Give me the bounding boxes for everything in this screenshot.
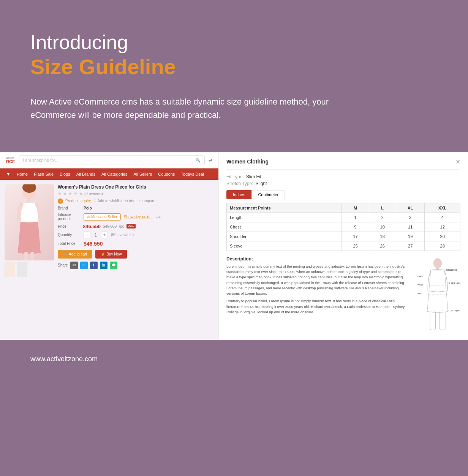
nav-dropdown-icon[interactable]: ▼ — [6, 171, 11, 177]
add-to-cart-button[interactable]: 🛒 Add to cart — [58, 250, 92, 259]
product-details: Women's Plain Dress One Piece for Girls … — [58, 184, 214, 277]
product-thumbnails — [5, 262, 54, 277]
stretch-label: Stretch Type: — [226, 181, 253, 186]
hero-section: Introducing Size Guideline Now Active eC… — [0, 0, 468, 137]
panel-header: Women Clothing ✕ — [226, 158, 460, 170]
inhouse-label: Inhouse product — [58, 213, 81, 221]
measure-l: 10 — [369, 222, 396, 232]
fit-info: Fit Type: Slim Fit Stretch Type: Slight — [226, 174, 460, 186]
brand-label: Brand — [58, 206, 81, 210]
total-row: Total Price $46.550 — [58, 241, 214, 247]
nav-home[interactable]: Home — [17, 172, 28, 176]
measure-name: Chest — [227, 222, 342, 232]
share-facebook-icon[interactable]: f — [90, 262, 98, 269]
share-whatsapp-icon[interactable]: 💬 — [110, 262, 117, 269]
cart-icon: 🛒 — [63, 252, 68, 256]
share-label: Share — [58, 263, 68, 267]
total-label: Total Price — [58, 241, 81, 246]
share-twitter-icon[interactable]: 🐦 — [80, 262, 88, 269]
thumbnail-1[interactable] — [5, 262, 15, 277]
quantity-increase-button[interactable]: + — [101, 232, 108, 238]
store-logo: Active RCE — [6, 157, 15, 164]
buy-now-icon: ⚡ — [101, 252, 105, 256]
fit-type-value: Slim Fit — [246, 174, 261, 179]
measure-m: 9 — [342, 222, 369, 232]
quantity-decrease-button[interactable]: − — [84, 232, 90, 238]
share-linkedin-icon[interactable]: in — [100, 262, 108, 269]
add-to-compare[interactable]: ⟲ Add to compare — [125, 199, 155, 203]
inquiry-icon: ? — [58, 198, 63, 204]
svg-rect-8 — [436, 267, 439, 270]
available-stock: (50 available) — [111, 233, 134, 237]
table-row: Length 1 2 3 4 — [227, 213, 460, 222]
message-seller-button[interactable]: ✉ Message Seller — [84, 213, 121, 221]
thumbnail-2[interactable] — [17, 262, 27, 277]
measure-m: 17 — [342, 232, 369, 241]
measure-xxl: 20 — [425, 232, 460, 241]
mockup-container: Active RCE I am shopping for... 🔍 ⇌ ▼ Ho… — [0, 152, 468, 340]
inquiry-row: ? Product Inquiry ♡ Add to wishlist ⟲ Ad… — [58, 198, 214, 204]
col-l: L — [369, 203, 396, 213]
nav-blogs[interactable]: Blogs — [60, 172, 70, 176]
search-bar[interactable]: I am shopping for... 🔍 — [19, 155, 205, 165]
description-section: Description: Lorem Ipsum is simply dummy… — [226, 256, 460, 334]
hero-title: Size Guideline — [30, 54, 438, 79]
filter-icon[interactable]: ⇌ — [209, 157, 212, 163]
col-xl: XL — [396, 203, 425, 213]
add-to-cart-label: Add to cart — [69, 252, 87, 256]
price-per-unit: /pc — [119, 224, 124, 228]
search-placeholder: I am shopping for... — [23, 158, 58, 162]
hero-description: Now Active eCommerce cms has a suitable … — [30, 95, 372, 122]
quantity-row: Quantity − 1 + (50 available) — [58, 232, 214, 238]
star-5: ★ — [79, 191, 83, 196]
price-label: Price — [58, 224, 81, 228]
measure-l: 26 — [369, 241, 396, 251]
search-icon[interactable]: 🔍 — [195, 158, 201, 163]
share-row: Share ✉ 🐦 f in 💬 — [58, 262, 214, 269]
nav-bar: ▼ Home Flash Sale Blogs All Brands All C… — [0, 168, 218, 180]
nav-all-sellers[interactable]: All Sellers — [133, 172, 152, 176]
nav-coupons[interactable]: Coupons — [158, 172, 175, 176]
nav-flash-sale[interactable]: Flash Sale — [34, 172, 54, 176]
brand-row: Brand Polo — [58, 206, 214, 210]
product-woman-svg — [5, 184, 54, 260]
share-email-icon[interactable]: ✉ — [70, 262, 78, 269]
show-size-guide-link[interactable]: Show size guide — [124, 215, 152, 219]
action-buttons: 🛒 Add to cart ⚡ Buy Now — [58, 250, 214, 259]
product-page: Active RCE I am shopping for... 🔍 ⇌ ▼ Ho… — [0, 152, 218, 340]
brand-value: Polo — [84, 206, 92, 210]
size-guide-panel: Women Clothing ✕ Fit Type: Slim Fit Stre… — [218, 152, 468, 340]
inhouse-row: Inhouse product ✉ Message Seller Show si… — [58, 213, 214, 221]
quantity-label: Quantity — [58, 233, 81, 237]
buy-now-button[interactable]: ⚡ Buy Now — [95, 250, 127, 259]
measure-m: 25 — [342, 241, 369, 251]
nav-todays-deal[interactable]: Todays Deal — [181, 172, 204, 176]
tab-inches[interactable]: Inches — [226, 190, 251, 199]
close-button[interactable]: ✕ — [455, 158, 460, 165]
unit-tabs: Inches Centimeter — [226, 190, 460, 199]
measure-m: 1 — [342, 213, 369, 222]
nav-all-categories[interactable]: All Categories — [101, 172, 127, 176]
measure-name: Shoulder — [227, 232, 342, 241]
measure-l: 18 — [369, 232, 396, 241]
svg-rect-10 — [440, 311, 445, 330]
tab-centimeter[interactable]: Centimeter — [251, 190, 285, 199]
footer-url: www.activeitzone.com — [30, 355, 438, 363]
svg-text:HIPS: HIPS — [417, 293, 422, 295]
nav-all-brands[interactable]: All Brands — [76, 172, 95, 176]
svg-rect-9 — [430, 311, 436, 330]
product-inquiry-link[interactable]: Product Inquiry — [65, 199, 91, 203]
body-diagram-svg: CHEST WAIST HIPS SHOULDERS SLEEVE LENGTH… — [415, 256, 460, 332]
discount-badge: -5% — [126, 224, 136, 228]
wishlist-compare: ♡ Add to wishlist ⟲ Add to compare — [93, 199, 155, 203]
measure-l: 2 — [369, 213, 396, 222]
reviews-count: (0 reviews) — [84, 192, 103, 196]
product-main-image — [5, 184, 54, 260]
description-para2: Contrary to popular belief, Lorem Ipsum … — [226, 298, 410, 315]
description-text: Description: Lorem Ipsum is simply dummy… — [226, 256, 410, 334]
panel-title: Women Clothing — [226, 159, 269, 165]
add-to-wishlist[interactable]: ♡ Add to wishlist — [93, 199, 122, 203]
total-value: $46.550 — [84, 241, 103, 247]
measure-xl: 3 — [396, 213, 425, 222]
description-para1: Lorem Ipsum is simply dummy text of the … — [226, 264, 410, 297]
